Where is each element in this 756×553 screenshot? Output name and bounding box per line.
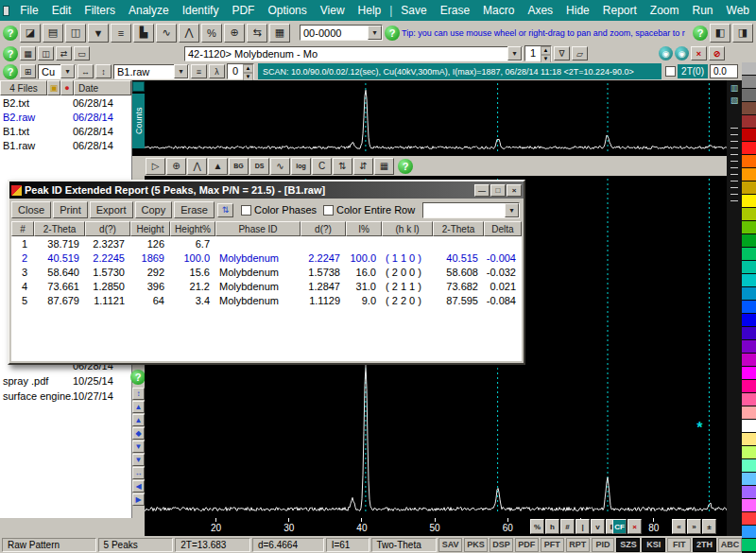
peak-row[interactable]: 473.6611.285039621.2Molybdenum1.284731.0… (11, 279, 522, 293)
peak-row[interactable]: 138.7192.32371266.7 (11, 236, 522, 251)
phase-combo[interactable]: 42-1120> Molybdenum - Mo ▾ (184, 46, 523, 61)
palette-color[interactable] (742, 526, 756, 539)
cf-axis-button[interactable]: CF (612, 519, 627, 534)
print-button[interactable]: Print (53, 201, 88, 218)
status-button-pft[interactable]: PFT (541, 538, 564, 552)
menu-item-pdf[interactable]: PDF (225, 3, 261, 18)
print-icon[interactable]: ≡ (111, 24, 131, 43)
palette-color[interactable] (742, 380, 756, 393)
window-title-bar[interactable]: Peak ID Extended Report (5 Peaks, Max P/… (9, 181, 524, 199)
background-tool[interactable]: BG (229, 158, 249, 175)
column-header[interactable]: Height% (170, 221, 215, 236)
menu-item-web[interactable]: Web (720, 3, 756, 18)
zoom-in-icon[interactable]: ⊕ (224, 24, 245, 43)
column-header[interactable]: Phase ID (215, 221, 301, 236)
palette-color[interactable] (742, 274, 756, 287)
bar-axis-button[interactable]: | (576, 519, 590, 534)
help-button-2[interactable]: ? (385, 26, 400, 41)
palette-color[interactable] (742, 406, 756, 420)
cascade-icon[interactable]: ◫ (38, 46, 54, 60)
palette-color[interactable] (742, 512, 756, 526)
stop-button[interactable]: ⊘ (709, 46, 725, 60)
file-row[interactable]: B2.raw06/28/14 (0, 110, 131, 124)
menu-item-report[interactable]: Report (596, 3, 644, 18)
report-view-icon[interactable]: ▭ (74, 46, 90, 60)
close-button[interactable]: Close (11, 201, 51, 218)
menu-item-filters[interactable]: Filters (77, 3, 122, 18)
combo-arrow-icon[interactable]: ▾ (174, 64, 188, 78)
lambda-icon[interactable]: λ (209, 64, 225, 78)
palette-color[interactable] (742, 314, 756, 327)
status-button-sav[interactable]: SAV (438, 538, 462, 552)
scroll-right-button[interactable]: » (687, 519, 701, 534)
column-header[interactable]: 2-Theta (433, 221, 484, 236)
menu-item-options[interactable]: Options (261, 3, 313, 18)
maximize-button[interactable]: □ (490, 184, 506, 197)
save-icon[interactable]: ▼ (88, 24, 109, 43)
menu-item-view[interactable]: View (314, 3, 352, 18)
palette-color[interactable] (742, 459, 756, 473)
column-header[interactable]: Height (130, 221, 170, 236)
combo-arrow-icon[interactable]: ▾ (60, 64, 75, 78)
grid-view-icon[interactable]: ▦ (269, 24, 290, 43)
file-row[interactable]: B2.txt06/28/14 (0, 95, 131, 110)
open-file-icon[interactable]: ▤ (43, 24, 63, 43)
menu-item-erase[interactable]: Erase (434, 3, 476, 18)
smooth-tool[interactable]: ∿ (270, 158, 290, 175)
wave-icon[interactable]: ∿ (156, 24, 177, 43)
stack-tool[interactable]: ⇵ (353, 158, 373, 175)
peak-row[interactable]: 587.6791.1121643.4Molybdenum1.11299.0( 2… (11, 293, 522, 307)
menu-item-save[interactable]: Save (394, 3, 433, 18)
grid-tool[interactable]: ▦ (374, 158, 394, 175)
percent-icon[interactable]: % (201, 24, 222, 43)
palette-color[interactable] (742, 473, 756, 486)
status-button-abc[interactable]: ABC (718, 538, 742, 552)
palette-color[interactable] (742, 181, 756, 195)
t0-value-field[interactable]: 0.0 (710, 64, 738, 78)
simulate-round-button[interactable]: ◉ (659, 46, 673, 60)
column-header[interactable]: Delta (484, 221, 522, 236)
checkbox-1[interactable] (241, 205, 251, 216)
peak-row[interactable]: 240.5192.22451869100.0Molybdenum2.224710… (11, 251, 522, 265)
menu-item-axes[interactable]: Axes (521, 3, 559, 18)
help-button-3[interactable]: ? (693, 26, 708, 41)
palette-color[interactable] (742, 499, 756, 512)
palette-color[interactable] (742, 420, 756, 433)
close-axis-button[interactable]: × (627, 519, 642, 534)
help-tool[interactable]: ? (398, 159, 413, 174)
pan-left-button[interactable]: ◀ (132, 480, 145, 493)
export-button[interactable]: Export (90, 201, 133, 218)
column-header[interactable]: d(?) (85, 221, 130, 236)
column-header[interactable]: I% (346, 221, 382, 236)
file-row[interactable]: B1.txt06/28/14 (0, 124, 131, 138)
peak-label-tool[interactable]: ⋀ (187, 158, 207, 175)
menu-item-macro[interactable]: Macro (476, 3, 521, 18)
phase-filter-combo[interactable]: ▾ (422, 202, 520, 218)
h-axis-button[interactable]: h (545, 519, 559, 534)
palette-color[interactable] (742, 433, 756, 446)
palette-color[interactable] (742, 129, 756, 142)
menu-item-analyze[interactable]: Analyze (122, 3, 176, 18)
eraser-icon[interactable]: ▱ (572, 46, 588, 60)
file-row[interactable]: spray .pdf10/25/14 (0, 373, 131, 388)
status-button-pid[interactable]: PID (592, 538, 615, 552)
peak-row[interactable]: 358.6401.573029215.6Molybdenum1.573816.0… (11, 265, 522, 279)
status-button-dsp[interactable]: DSP (490, 538, 513, 552)
despike-tool[interactable]: DS (249, 158, 269, 175)
scroll-left-button[interactable]: « (672, 519, 686, 534)
pan-horizontal-button[interactable]: ↔ (132, 467, 145, 479)
width-icon[interactable]: ↔ (77, 64, 94, 78)
menu-item-run[interactable]: Run (686, 3, 720, 18)
status-button-szs[interactable]: SZS (616, 538, 640, 552)
v-axis-button[interactable]: v (591, 519, 605, 534)
status-button-pks[interactable]: PKS (464, 538, 488, 552)
profile-fit-tool[interactable]: ▲ (208, 158, 228, 175)
layout-right-icon[interactable]: ◨ (732, 24, 753, 43)
help-button-chart[interactable]: ? (130, 370, 146, 385)
overlay-pattern-icon[interactable]: ▙ (133, 24, 154, 43)
thumbnails-icon[interactable]: ▦ (20, 46, 36, 60)
status-button-2th[interactable]: 2TH (693, 538, 716, 552)
swap-axes-icon[interactable]: ⇆ (247, 24, 267, 43)
palette-color[interactable] (742, 261, 756, 274)
grid-small-icon[interactable]: ⊞ (20, 64, 36, 78)
